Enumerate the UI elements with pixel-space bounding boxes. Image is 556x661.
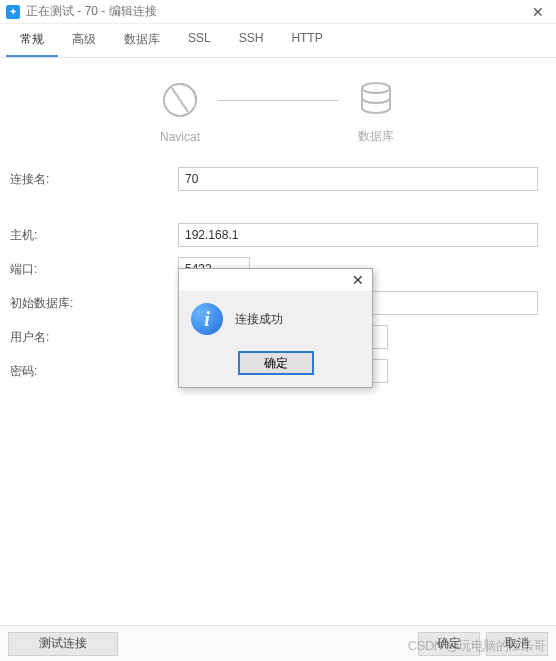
window-title: 正在测试 - 70 - 编辑连接	[26, 3, 157, 20]
conn-name-input[interactable]	[178, 167, 538, 191]
result-dialog: ✕ i 连接成功 确定	[178, 268, 373, 388]
ok-button[interactable]: 确定	[418, 632, 480, 656]
diagram-server-label: 数据库	[358, 128, 394, 145]
dialog-ok-button[interactable]: 确定	[238, 351, 314, 375]
window-close-button[interactable]: ✕	[526, 4, 550, 20]
app-icon: ✦	[6, 5, 20, 19]
test-connection-button[interactable]: 测试连接	[8, 632, 118, 656]
diagram-connector-line	[218, 100, 338, 101]
tab-ssh[interactable]: SSH	[225, 24, 278, 57]
password-label: 密码:	[8, 363, 178, 380]
diagram-client-label: Navicat	[160, 130, 200, 144]
diagram-server: 数据库	[354, 76, 398, 145]
tab-database[interactable]: 数据库	[110, 24, 174, 57]
host-label: 主机:	[8, 227, 178, 244]
connection-diagram: Navicat 数据库	[8, 76, 548, 145]
navicat-icon	[158, 78, 202, 122]
database-icon	[354, 76, 398, 120]
dialog-titlebar: ✕	[179, 269, 372, 291]
cancel-button[interactable]: 取消	[486, 632, 548, 656]
window-titlebar: ✦ 正在测试 - 70 - 编辑连接 ✕	[0, 0, 556, 24]
tab-ssl[interactable]: SSL	[174, 24, 225, 57]
host-input[interactable]	[178, 223, 538, 247]
tab-advanced[interactable]: 高级	[58, 24, 110, 57]
tab-http[interactable]: HTTP	[277, 24, 336, 57]
footer-bar: 测试连接 确定 取消	[0, 625, 556, 661]
initial-db-label: 初始数据库:	[8, 295, 178, 312]
tab-bar: 常规 高级 数据库 SSL SSH HTTP	[0, 24, 556, 58]
port-label: 端口:	[8, 261, 178, 278]
dialog-message: 连接成功	[235, 303, 283, 328]
info-icon: i	[191, 303, 223, 335]
svg-point-1	[362, 83, 390, 93]
conn-name-label: 连接名:	[8, 171, 178, 188]
diagram-client: Navicat	[158, 78, 202, 144]
tab-general[interactable]: 常规	[6, 24, 58, 57]
username-label: 用户名:	[8, 329, 178, 346]
dialog-close-button[interactable]: ✕	[348, 272, 368, 288]
